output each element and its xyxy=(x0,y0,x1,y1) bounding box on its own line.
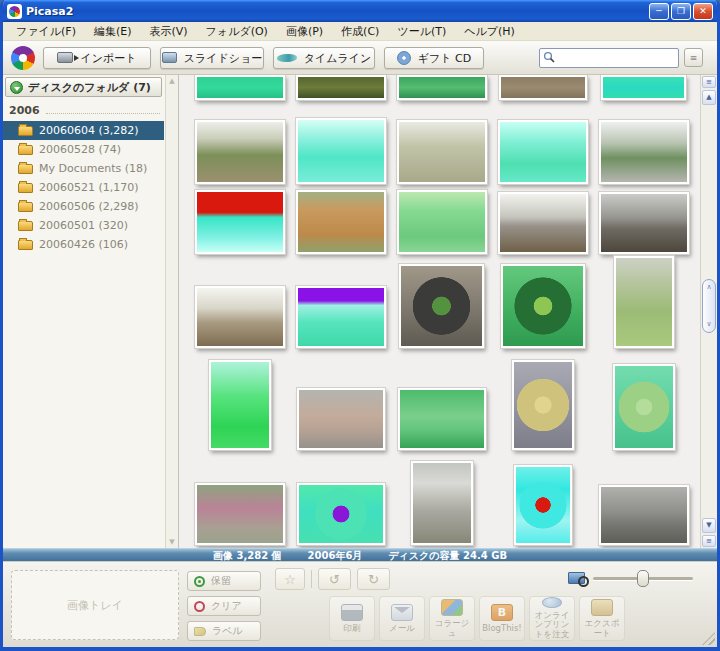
label-button[interactable]: ラベル xyxy=(187,621,261,641)
folder-icon xyxy=(18,145,33,155)
rotate-left-button[interactable]: ↺ xyxy=(318,568,351,590)
zoom-thumbnails-icon xyxy=(568,572,585,584)
collapse-icon[interactable] xyxy=(10,81,23,94)
thumbnail-signboard-wood[interactable] xyxy=(296,190,386,254)
menu-folder[interactable]: フォルダ(O) xyxy=(197,22,277,41)
thumbnail-torii-gate[interactable] xyxy=(411,461,473,545)
star-button[interactable]: ☆ xyxy=(275,568,305,590)
action-label: 印刷 xyxy=(343,624,362,634)
thumbnail-signboard-green[interactable] xyxy=(397,190,487,254)
minimize-button[interactable]: ─ xyxy=(649,3,669,20)
hold-button[interactable]: 保留 xyxy=(187,571,261,591)
slideshow-button[interactable]: スライドショー xyxy=(160,47,264,69)
timeline-icon xyxy=(277,54,297,62)
thumbnail-road-cyan[interactable] xyxy=(498,120,588,184)
year-group-label: 2006 xyxy=(9,104,160,117)
menu-edit[interactable]: 編集(E) xyxy=(85,22,141,41)
thumbnail-shrine-people[interactable] xyxy=(599,485,689,545)
thumbnail-distance-marker-dark[interactable] xyxy=(399,264,484,348)
title-bar[interactable]: Picasa2 ─ ❐ ✕ xyxy=(3,0,717,22)
scroll-down-button[interactable]: ▼ xyxy=(702,518,716,533)
mail-button[interactable]: メール xyxy=(379,596,425,641)
menu-help[interactable]: ヘルプ(H) xyxy=(455,22,524,41)
clear-button[interactable]: クリア xyxy=(187,596,261,616)
status-disk-space: ディスクの容量 24.4 GB xyxy=(388,549,507,562)
thumbnail-river-cyan[interactable] xyxy=(296,118,386,184)
scroll-thumb[interactable]: ∧ ∨ xyxy=(702,279,716,333)
export-button[interactable]: エクスポート xyxy=(579,596,625,641)
menu-create[interactable]: 作成(C) xyxy=(332,22,388,41)
thumbnail-leaves-green[interactable] xyxy=(397,75,487,100)
thumbnail-size-slider[interactable] xyxy=(593,569,693,587)
menu-tools[interactable]: ツール(T) xyxy=(388,22,455,41)
thumbnail-river-natural[interactable] xyxy=(195,120,285,184)
menu-view[interactable]: 表示(V) xyxy=(141,22,197,41)
scroll-track[interactable]: ∧ ∨ xyxy=(701,106,717,517)
thumbnail-houses-field[interactable] xyxy=(498,192,588,254)
folder-item[interactable]: My Documents (18) xyxy=(3,159,164,178)
thumbnail-gravel-path[interactable] xyxy=(397,120,487,184)
resize-grip[interactable] xyxy=(702,632,715,645)
disk-folders-header[interactable]: ディスクのフォルダ (7) xyxy=(5,77,162,97)
thumbnail-torii-cyan[interactable] xyxy=(514,465,572,545)
search-filter-button[interactable]: ≡ xyxy=(684,48,703,67)
thumbnail-houses-dusk[interactable] xyxy=(599,192,689,254)
search-input[interactable] xyxy=(539,48,679,68)
folder-icon xyxy=(18,183,33,193)
app-icon xyxy=(7,4,22,19)
scroll-next-folder-button[interactable]: ≡ xyxy=(702,535,716,547)
folder-item[interactable]: 20060528 (74) xyxy=(3,140,164,159)
folder-item[interactable]: 20060506 (2,298) xyxy=(3,197,164,216)
thumbnail-green-monument[interactable] xyxy=(209,360,271,450)
menu-picture[interactable]: 画像(P) xyxy=(277,22,332,41)
mail-icon xyxy=(391,604,413,621)
thumbnail-pink-flowers[interactable] xyxy=(195,483,285,545)
folder-icon xyxy=(18,221,33,231)
thumbnail-stone-plaque-green[interactable] xyxy=(613,364,675,450)
action-label: オンラインプリントを注文 xyxy=(530,611,574,640)
thumbnail-street-house[interactable] xyxy=(599,120,689,184)
menu-file[interactable]: ファイル(F) xyxy=(7,22,85,41)
thumbnail-foliage-teal[interactable] xyxy=(195,75,285,100)
action-label: エクスポート xyxy=(580,619,624,639)
folder-item[interactable]: 20060501 (320) xyxy=(3,216,164,235)
sidebar-scroll-down-icon[interactable]: ▼ xyxy=(169,538,174,546)
thumbnail-farmhouse-field[interactable] xyxy=(195,286,285,348)
thumbnail-foliage-dark-olive[interactable] xyxy=(296,75,386,100)
status-date: 2006年6月 xyxy=(308,549,363,562)
thumbnail-flowers-cyan-purple[interactable] xyxy=(297,483,385,545)
folder-item[interactable]: 20060604 (3,282) xyxy=(3,121,164,140)
close-button[interactable]: ✕ xyxy=(693,3,713,20)
scroll-up-button[interactable]: ▲ xyxy=(702,90,716,105)
thumbnail-red-sky-cyan-trees[interactable] xyxy=(195,190,285,254)
picture-tray[interactable]: 画像トレイ xyxy=(11,570,179,640)
thumbnail-flowers-green-tint[interactable] xyxy=(398,388,486,450)
picasa-logo-icon xyxy=(11,46,35,70)
sidebar-scroll-up-icon[interactable]: ▲ xyxy=(169,77,174,85)
grid-scrollbar[interactable]: ≡ ▲ ∧ ∨ ▼ ≡ xyxy=(700,75,717,548)
print-button[interactable]: 印刷 xyxy=(329,596,375,641)
gift-cd-button[interactable]: ギフト CD xyxy=(384,47,484,69)
maximize-button[interactable]: ❐ xyxy=(671,3,691,20)
thumbnail-house-purple-sky[interactable] xyxy=(296,286,386,348)
thumbnail-distance-marker-green[interactable] xyxy=(501,264,585,348)
online-print-button[interactable]: オンラインプリントを注文 xyxy=(529,596,575,641)
folder-item[interactable]: 20060426 (106) xyxy=(3,235,164,254)
action-label: メール xyxy=(388,624,416,634)
thumbnail-stone-plaque[interactable] xyxy=(512,360,574,450)
slider-knob[interactable] xyxy=(637,570,649,587)
folder-icon xyxy=(18,126,33,136)
timeline-button[interactable]: タイムライン xyxy=(273,47,375,69)
collage-button[interactable]: コラージュ xyxy=(429,596,475,641)
rotate-right-button[interactable]: ↻ xyxy=(357,568,390,590)
sidebar-scrollbar[interactable]: ▲ ▼ xyxy=(165,75,178,548)
folder-item[interactable]: 20060521 (1,170) xyxy=(3,178,164,197)
scroll-prev-folder-button[interactable]: ≡ xyxy=(702,76,716,88)
thumbnail-dirt-ground[interactable] xyxy=(499,75,587,100)
status-image-count: 画像 3,282 個 xyxy=(213,549,282,562)
import-button[interactable]: インポート xyxy=(43,47,151,69)
thumbnail-flowers-on-stone[interactable] xyxy=(297,388,385,450)
blogthis-button[interactable]: BBlogThis! xyxy=(479,596,525,641)
thumbnail-rice-field-road[interactable] xyxy=(614,256,674,348)
thumbnail-cyan-grass[interactable] xyxy=(601,75,686,100)
